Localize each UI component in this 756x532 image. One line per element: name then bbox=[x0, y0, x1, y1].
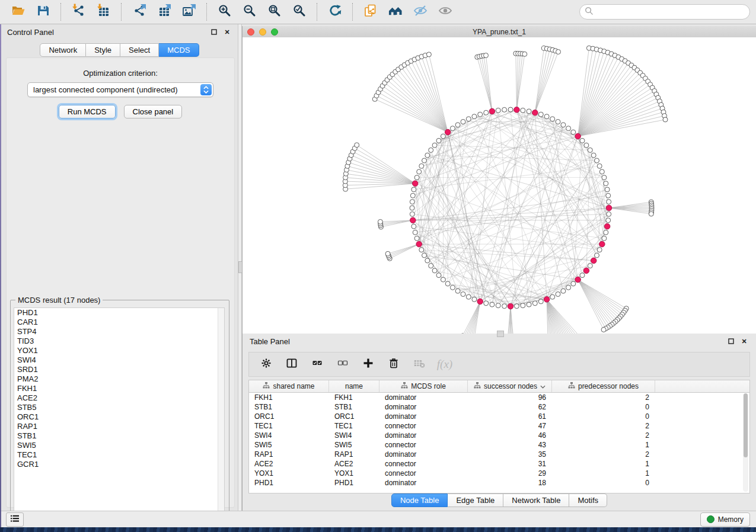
hide-selected-button[interactable] bbox=[410, 2, 431, 21]
table-row[interactable]: FKH1FKH1dominator962 bbox=[249, 393, 749, 402]
mcds-result-item[interactable]: PMA2 bbox=[14, 374, 224, 384]
zoom-out-button[interactable] bbox=[239, 2, 260, 21]
import-table-button[interactable] bbox=[93, 2, 114, 21]
table-row[interactable]: STB1STB1dominator620 bbox=[249, 402, 749, 412]
mcds-list-scrollbar[interactable] bbox=[218, 308, 224, 513]
mcds-result-item[interactable]: STP4 bbox=[14, 327, 224, 336]
column-header-name[interactable]: name bbox=[329, 380, 379, 392]
table-row[interactable]: ACE2ACE2connector311 bbox=[249, 459, 749, 469]
open-file-button[interactable] bbox=[8, 2, 29, 21]
mcds-result-item[interactable]: ORC1 bbox=[14, 412, 224, 422]
zoom-in-button[interactable] bbox=[214, 2, 235, 21]
column-chooser-icon bbox=[286, 357, 298, 371]
network-view-window: YPA_prune.txt_1 bbox=[242, 26, 756, 334]
save-session-button[interactable] bbox=[33, 2, 54, 21]
mcds-result-item[interactable]: STB5 bbox=[14, 403, 224, 412]
table-cell: dominator bbox=[379, 431, 468, 440]
table-panel-tabs: Node TableEdge TableNetwork TableMotifs bbox=[243, 493, 756, 507]
optimization-criterion-select[interactable]: largest connected component (undirected) bbox=[27, 82, 213, 97]
column-header-shared-name[interactable]: shared name bbox=[249, 380, 329, 392]
toolbar-separator bbox=[60, 3, 62, 21]
mcds-tab-content: Optimization criterion: largest connecte… bbox=[6, 57, 235, 508]
export-image-button[interactable] bbox=[178, 2, 200, 21]
vertical-splitter[interactable] bbox=[238, 24, 242, 511]
tab-mcds[interactable]: MCDS bbox=[159, 43, 199, 57]
close-panel-icon[interactable]: ✕ bbox=[222, 27, 232, 37]
show-all-icon bbox=[438, 4, 452, 20]
optimization-criterion-label: Optimization criterion: bbox=[7, 69, 234, 78]
network-window-titlebar[interactable]: YPA_prune.txt_1 bbox=[243, 26, 756, 38]
mcds-result-item[interactable]: TID3 bbox=[14, 336, 224, 346]
tab-motifs[interactable]: Motifs bbox=[569, 493, 607, 507]
column-header-predecessor-nodes[interactable]: predecessor nodes bbox=[552, 380, 655, 392]
table-settings-icon bbox=[260, 357, 272, 371]
table-row[interactable]: SWI4SWI4dominator462 bbox=[249, 431, 749, 440]
mcds-result-item[interactable]: RAP1 bbox=[14, 422, 224, 431]
control-panel-title: Control Panel bbox=[7, 28, 206, 37]
network-search[interactable] bbox=[579, 4, 750, 20]
mcds-result-list[interactable]: PHD1CAR1STP4TID3YOX1SWI4SRD1PMA2FKH1ACE2… bbox=[14, 307, 225, 514]
tab-node-table[interactable]: Node Table bbox=[391, 493, 448, 507]
clear-table-icon bbox=[413, 357, 425, 371]
table-row[interactable]: SWI5SWI5connector431 bbox=[249, 440, 749, 450]
select-all-rows-button[interactable] bbox=[310, 357, 325, 372]
tab-select[interactable]: Select bbox=[120, 43, 159, 57]
column-header-successor-nodes[interactable]: successor nodes bbox=[468, 380, 552, 392]
tab-network[interactable]: Network bbox=[40, 43, 86, 57]
search-input[interactable] bbox=[594, 7, 745, 17]
table-cell: 2 bbox=[552, 450, 655, 459]
float-panel-icon[interactable] bbox=[209, 27, 219, 37]
table-scrollbar[interactable] bbox=[743, 393, 748, 492]
export-table-button[interactable] bbox=[154, 2, 175, 21]
add-column-button[interactable] bbox=[361, 357, 376, 372]
mcds-result-item[interactable]: YOX1 bbox=[14, 346, 224, 355]
close-panel-button[interactable]: Close panel bbox=[124, 105, 183, 118]
memory-button[interactable]: Memory bbox=[700, 512, 750, 527]
export-network-button[interactable] bbox=[129, 2, 150, 21]
horizontal-splitter-grip[interactable] bbox=[497, 331, 504, 337]
table-row[interactable]: TEC1TEC1connector472 bbox=[249, 421, 749, 431]
first-neighbors-button[interactable] bbox=[385, 2, 406, 21]
deselect-all-rows-button[interactable] bbox=[335, 357, 350, 372]
table-row[interactable]: YOX1YOX1connector291 bbox=[249, 469, 749, 478]
zoom-fit-button[interactable] bbox=[264, 2, 285, 21]
column-chooser-button[interactable] bbox=[284, 357, 299, 372]
tab-edge-table[interactable]: Edge Table bbox=[448, 493, 503, 507]
tab-network-table[interactable]: Network Table bbox=[503, 493, 569, 507]
mcds-result-item[interactable]: SWI4 bbox=[14, 355, 224, 365]
tab-style[interactable]: Style bbox=[86, 43, 120, 57]
import-network-button[interactable] bbox=[68, 2, 90, 21]
node-table[interactable]: shared namenameMCDS rolesuccessor nodesp… bbox=[248, 380, 750, 493]
table-cell: dominator bbox=[379, 412, 468, 421]
mcds-result-item[interactable]: STB1 bbox=[14, 431, 224, 441]
table-scrollbar-thumb[interactable] bbox=[744, 393, 748, 457]
mcds-result-item[interactable]: TEC1 bbox=[14, 450, 224, 460]
table-row[interactable]: PHD1PHD1dominator180 bbox=[249, 478, 749, 488]
run-mcds-button[interactable]: Run MCDS bbox=[59, 105, 116, 118]
table-row[interactable]: ORC1ORC1dominator610 bbox=[249, 412, 749, 421]
duplicate-network-icon bbox=[363, 4, 378, 20]
show-all-button[interactable] bbox=[435, 2, 456, 21]
column-header-MCDS-role[interactable]: MCDS role bbox=[379, 380, 468, 392]
automation-panel-button[interactable] bbox=[6, 512, 24, 527]
mcds-result-item[interactable]: FKH1 bbox=[14, 384, 224, 393]
mcds-result-item[interactable]: SWI5 bbox=[14, 441, 224, 450]
duplicate-network-button[interactable] bbox=[360, 2, 381, 21]
mcds-result-item[interactable]: PHD1 bbox=[14, 308, 224, 318]
zoom-selected-button[interactable] bbox=[289, 2, 310, 21]
table-settings-button[interactable] bbox=[259, 357, 274, 372]
mcds-result-item[interactable]: ACE2 bbox=[14, 393, 224, 403]
float-table-panel-icon[interactable] bbox=[726, 336, 736, 346]
close-table-panel-icon[interactable]: ✕ bbox=[739, 336, 749, 346]
delete-columns-icon bbox=[388, 357, 400, 371]
mcds-result-item[interactable]: SRD1 bbox=[14, 365, 224, 374]
mcds-result-item[interactable]: GCR1 bbox=[14, 460, 224, 469]
table-cell: RAP1 bbox=[249, 450, 329, 459]
delete-columns-button[interactable] bbox=[386, 357, 401, 372]
network-canvas[interactable] bbox=[243, 37, 756, 334]
refresh-button[interactable] bbox=[324, 2, 346, 21]
list-icon bbox=[10, 514, 20, 525]
table-row[interactable]: RAP1RAP1dominator352 bbox=[249, 450, 749, 459]
mcds-result-item[interactable]: CAR1 bbox=[14, 318, 224, 327]
table-cell: dominator bbox=[379, 450, 468, 459]
